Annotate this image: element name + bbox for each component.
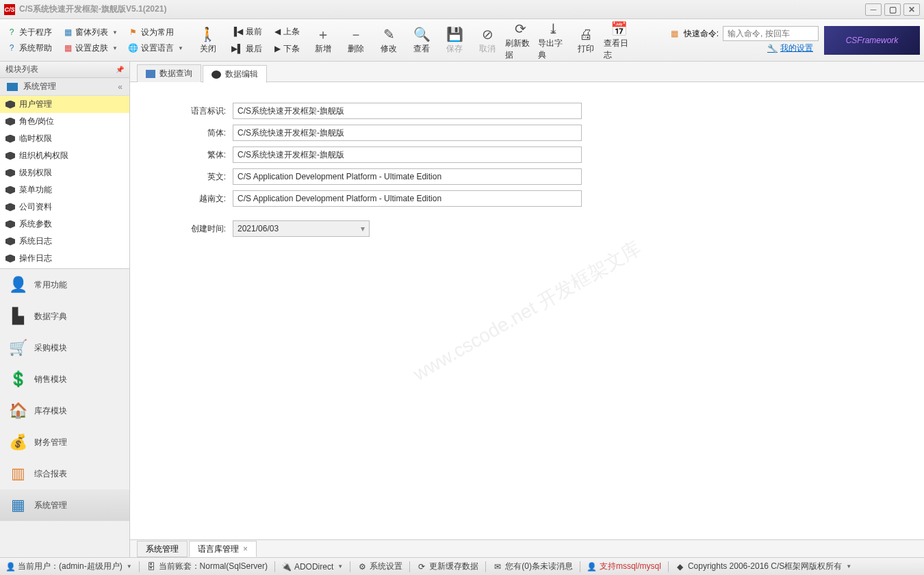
module-5[interactable]: 💰财务管理 — [0, 426, 129, 458]
module-icon: ▙ — [8, 307, 27, 326]
brand-logo: CSFramework — [824, 26, 920, 55]
window-list-button[interactable]: ▦窗体列表▼ — [60, 25, 120, 40]
main-toolbar: ?关于程序 ?系统帮助 ▦窗体列表▼ ▦设置皮肤▼ ⚑设为常用 🌐设置语言▼ 🚶… — [0, 19, 924, 62]
add-button[interactable]: ＋新增 — [307, 18, 339, 62]
refresh-button[interactable]: ⟳刷新数据 — [504, 18, 537, 62]
tree-item-6[interactable]: 公司资料 — [0, 199, 129, 216]
input-simplified[interactable] — [233, 125, 582, 141]
nav-last-button[interactable]: ▶▌最后 — [229, 42, 266, 56]
content-tabs: 数据查询 数据编辑 — [130, 62, 924, 82]
tree-item-1[interactable]: 角色/岗位 — [0, 113, 129, 130]
tree-item-4[interactable]: 级别权限 — [0, 164, 129, 181]
save-icon: 💾 — [446, 25, 463, 43]
help-button[interactable]: ?系统帮助 — [4, 41, 55, 55]
cube-icon — [5, 101, 15, 109]
nav-first-button[interactable]: ▐◀最前 — [229, 25, 266, 39]
module-1[interactable]: ▙数据字典 — [0, 301, 129, 332]
database-icon: 🗄 — [146, 562, 156, 572]
edit-icon: ✎ — [380, 25, 398, 43]
dropdown-icon: ▼ — [112, 29, 118, 36]
module-4[interactable]: 🏠库存模块 — [0, 395, 129, 426]
gear-icon: ⚙ — [357, 562, 367, 572]
status-settings[interactable]: ⚙系统设置 — [357, 561, 402, 572]
language-button[interactable]: 🌐设置语言▼ — [126, 41, 186, 55]
tree-item-8[interactable]: 系统日志 — [0, 233, 129, 250]
module-icon: 🛒 — [8, 338, 27, 357]
cube-icon — [5, 255, 15, 263]
status-cache[interactable]: ⟳更新缓存数据 — [417, 561, 478, 572]
maximize-button[interactable]: ▢ — [884, 3, 901, 16]
module-3[interactable]: 💲销售模块 — [0, 363, 129, 395]
nav-prev-button[interactable]: ◀上条 — [272, 25, 303, 39]
prev-icon: ◀ — [274, 27, 281, 36]
grid-icon — [146, 70, 155, 78]
tree-item-0[interactable]: 用户管理 — [0, 96, 129, 113]
module-0[interactable]: 👤常用功能 — [0, 269, 129, 301]
last-icon: ▶▌ — [231, 44, 244, 53]
quick-command-label: 快速命令: — [684, 28, 719, 40]
module-2[interactable]: 🛒采购模块 — [0, 332, 129, 363]
close-window-button[interactable]: 🚶 关闭 — [192, 24, 224, 56]
skin-icon: ▦ — [63, 43, 73, 53]
close-button[interactable]: ✕ — [903, 3, 920, 16]
skin-button[interactable]: ▦设置皮肤▼ — [60, 41, 120, 55]
tree-item-3[interactable]: 组织机构权限 — [0, 147, 129, 164]
minimize-button[interactable]: ─ — [865, 3, 882, 16]
input-created-date[interactable]: 2021/06/03 ▾ — [233, 220, 370, 237]
save-button: 💾保存 — [438, 18, 471, 62]
tree-item-2[interactable]: 临时权限 — [0, 130, 129, 147]
print-button[interactable]: 🖨打印 — [569, 18, 602, 62]
titlebar: C/S C/S系统快速开发框架-旗舰版V5.1(2021) ─ ▢ ✕ — [0, 0, 924, 19]
content-area: 数据查询 数据编辑 语言标识: 简体: 繁体: 英文: — [130, 62, 924, 557]
export-button[interactable]: ⤓导出字典 — [537, 18, 569, 62]
about-button[interactable]: ?关于程序 — [4, 25, 55, 40]
sidebar-header: 模块列表 📌 — [0, 62, 129, 78]
set-default-button[interactable]: ⚑设为常用 — [126, 25, 186, 40]
input-vietnamese[interactable] — [233, 190, 582, 207]
input-lang-id[interactable] — [233, 103, 582, 119]
cube-icon — [5, 118, 15, 126]
dropdown-icon: ▾ — [361, 224, 365, 233]
app-icon: C/S — [4, 4, 15, 15]
cube-icon: ◆ — [676, 562, 685, 572]
view-button[interactable]: 🔍查看 — [405, 18, 438, 62]
plug-icon: 🔌 — [282, 562, 292, 572]
delete-button[interactable]: －删除 — [339, 18, 372, 62]
log-button[interactable]: 📅查看日志 — [602, 18, 635, 62]
nav-next-button[interactable]: ▶下条 — [272, 42, 303, 56]
pin-icon[interactable]: 📌 — [116, 66, 124, 73]
watermark: www.cscode.net 开发框架文库 — [408, 235, 645, 387]
window-title: C/S系统快速开发框架-旗舰版V5.1(2021) — [19, 3, 865, 15]
quick-command-input[interactable] — [723, 26, 819, 41]
cube-icon — [5, 135, 15, 143]
status-messages[interactable]: ✉您有(0)条未读消息 — [493, 561, 573, 572]
close-tab-icon[interactable]: × — [243, 544, 248, 554]
module-icon: ▥ — [8, 464, 27, 483]
module-6[interactable]: ▥综合报表 — [0, 458, 129, 489]
sidebar-category-header[interactable]: 系统管理 « — [0, 78, 129, 96]
doc-tab-0[interactable]: 系统管理 — [137, 541, 188, 557]
module-7[interactable]: ▦系统管理 — [0, 489, 129, 521]
input-traditional[interactable] — [233, 146, 582, 163]
label-vietnamese: 越南文: — [171, 193, 226, 205]
refresh-icon: ⟳ — [417, 562, 426, 572]
cube-icon — [5, 203, 15, 212]
label-english: 英文: — [171, 171, 226, 183]
tab-data-edit[interactable]: 数据编辑 — [203, 65, 267, 83]
status-ado[interactable]: 🔌ADODirect▼ — [282, 562, 343, 572]
print-icon: 🖨 — [577, 25, 595, 43]
cube-icon — [5, 238, 15, 246]
doc-tab-1[interactable]: 语言库管理× — [189, 541, 257, 557]
status-user[interactable]: 👤当前用户：(admin-超级用户)▼ — [5, 561, 132, 572]
tree-item-9[interactable]: 操作日志 — [0, 250, 129, 267]
module-icon: 💲 — [8, 370, 27, 389]
tree-item-5[interactable]: 菜单功能 — [0, 181, 129, 199]
edit-button[interactable]: ✎修改 — [372, 18, 405, 62]
log-icon: 📅 — [610, 20, 628, 38]
tab-data-query[interactable]: 数据查询 — [137, 64, 201, 82]
my-settings-link[interactable]: 🔧 我的设置 — [767, 42, 813, 54]
tree-item-7[interactable]: 系统参数 — [0, 216, 129, 233]
cube-icon — [5, 169, 15, 177]
input-english[interactable] — [233, 168, 582, 185]
edit-icon — [211, 71, 221, 79]
